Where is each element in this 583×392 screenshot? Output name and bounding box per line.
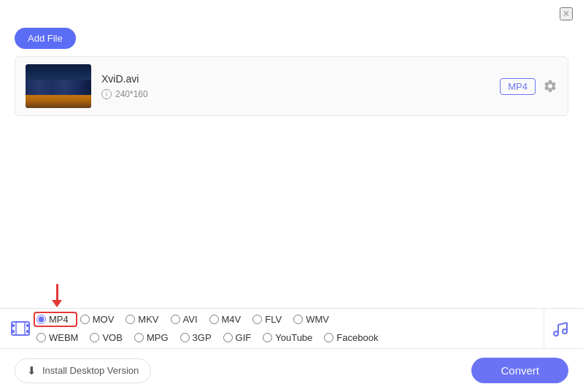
music-note-icon [551, 319, 570, 338]
formats-row2: WEBM VOB MPG 3GP GIF [34, 327, 544, 348]
svg-rect-4 [26, 330, 29, 333]
svg-rect-2 [12, 330, 15, 333]
file-meta: i 240*160 [101, 89, 500, 99]
format-option-mpg[interactable]: MPG [131, 330, 177, 345]
arrow-shaft [56, 284, 58, 300]
install-desktop-button[interactable]: ⬇ Install Desktop Version [15, 358, 151, 383]
format-option-wmv[interactable]: WMV [290, 312, 338, 327]
format-option-webm[interactable]: WEBM [34, 330, 87, 345]
format-bar: MP4 MOV MKV AVI M4V [0, 308, 583, 392]
format-option-facebook[interactable]: Facebook [321, 330, 387, 345]
toolbar: Add File [0, 25, 583, 56]
format-option-mp4[interactable]: MP4 [34, 312, 77, 327]
format-option-youtube[interactable]: YouTube [260, 330, 321, 345]
action-bar: ⬇ Install Desktop Version Convert [0, 349, 583, 392]
format-option-mkv[interactable]: MKV [123, 312, 167, 327]
gear-icon [543, 79, 557, 93]
convert-button[interactable]: Convert [471, 358, 568, 383]
audio-format-icon[interactable] [544, 309, 576, 348]
format-option-3gp[interactable]: 3GP [177, 330, 220, 345]
download-icon: ⬇ [27, 364, 36, 377]
filmstrip-icon [10, 318, 31, 339]
format-option-gif[interactable]: GIF [220, 330, 260, 345]
main-area [0, 116, 583, 277]
format-option-mov[interactable]: MOV [77, 312, 123, 327]
arrow-head [52, 300, 62, 307]
info-icon: i [101, 89, 112, 99]
svg-rect-0 [12, 322, 29, 335]
file-info: XviD.avi i 240*160 [101, 73, 500, 99]
arrow-indicator [52, 284, 62, 307]
file-list: XviD.avi i 240*160 MP4 [15, 56, 568, 116]
format-option-flv[interactable]: FLV [250, 312, 290, 327]
title-bar: × [0, 0, 583, 25]
add-file-button[interactable]: Add File [15, 28, 76, 49]
svg-rect-1 [12, 324, 15, 327]
format-option-avi[interactable]: AVI [168, 312, 206, 327]
settings-button[interactable] [543, 79, 557, 93]
file-name: XviD.avi [101, 73, 500, 85]
close-button[interactable]: × [560, 7, 573, 20]
svg-line-11 [558, 323, 567, 325]
file-actions: MP4 [500, 78, 557, 95]
format-selector-row: MP4 MOV MKV AVI M4V [0, 309, 583, 349]
file-resolution: 240*160 [115, 89, 148, 99]
file-item: XviD.avi i 240*160 MP4 [15, 57, 568, 115]
video-format-icon[interactable] [7, 315, 34, 342]
format-option-vob[interactable]: VOB [87, 330, 131, 345]
file-thumbnail [26, 64, 91, 108]
svg-rect-3 [26, 324, 29, 327]
format-option-m4v[interactable]: M4V [206, 312, 250, 327]
install-label: Install Desktop Version [42, 365, 139, 376]
formats-row1: MP4 MOV MKV AVI M4V [34, 309, 544, 327]
format-badge[interactable]: MP4 [500, 78, 536, 95]
